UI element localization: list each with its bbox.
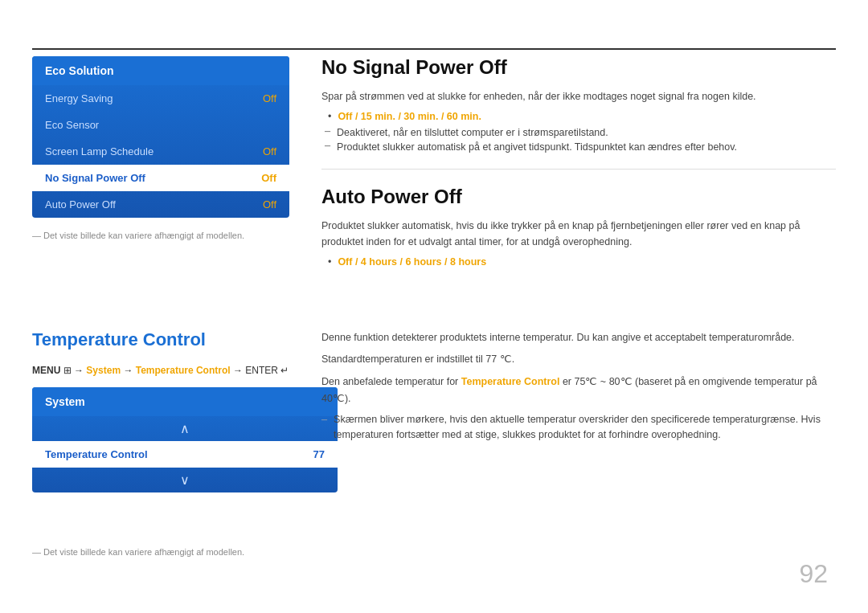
auto-power-highlight: Off / 4 hours / 6 hours / 8 hours bbox=[338, 256, 486, 268]
menu-nav-icon: ⊞ bbox=[63, 365, 72, 376]
menu-nav: MENU ⊞ → System → Temperature Control → … bbox=[32, 365, 338, 376]
system-item-value: 77 bbox=[313, 448, 325, 460]
right-content: No Signal Power Off Spar på strømmen ved… bbox=[321, 56, 836, 272]
temp-body-3: Den anbefalede temperatur for Temperatur… bbox=[321, 374, 836, 408]
menu-item-label: No Signal Power Off bbox=[45, 172, 145, 184]
menu-nav-arrow1: → bbox=[74, 365, 86, 376]
menu-item-value: Off bbox=[263, 92, 276, 104]
temperature-control-left: Temperature Control MENU ⊞ → System → Te… bbox=[32, 329, 338, 492]
system-menu-box: System ∧ Temperature Control 77 ∨ bbox=[32, 387, 338, 492]
no-signal-dash-1: Deaktiveret, når en tilsluttet computer … bbox=[325, 127, 836, 138]
auto-power-body: Produktet slukker automatisk, hvis du ik… bbox=[321, 218, 836, 250]
system-menu-header: System bbox=[32, 387, 338, 416]
temp-highlight: Temperature Control bbox=[461, 376, 560, 387]
menu-item-value: Off bbox=[263, 145, 276, 157]
menu-item-screen-lamp[interactable]: Screen Lamp Schedule Off bbox=[32, 138, 289, 165]
menu-nav-arrow3: → ENTER bbox=[233, 365, 280, 376]
menu-item-label: Auto Power Off bbox=[45, 198, 116, 210]
menu-item-label: Energy Saving bbox=[45, 92, 113, 104]
eco-menu-header: Eco Solution bbox=[32, 56, 289, 85]
menu-item-value: Off bbox=[261, 172, 276, 184]
eco-menu-box: Eco Solution Energy Saving Off Eco Senso… bbox=[32, 56, 289, 218]
section-divider bbox=[321, 169, 836, 170]
eco-caption: ― Det viste billede kan variere afhængig… bbox=[32, 231, 289, 240]
menu-item-auto-power[interactable]: Auto Power Off Off bbox=[32, 191, 289, 218]
no-signal-bullet: Off / 15 min. / 30 min. / 60 min. bbox=[328, 111, 836, 122]
menu-nav-system: System bbox=[86, 365, 121, 376]
system-item-label: Temperature Control bbox=[45, 448, 148, 460]
temp-dash-item: Skærmen bliver mørkere, hvis den aktuell… bbox=[321, 412, 836, 443]
system-arrow-down[interactable]: ∨ bbox=[32, 468, 338, 492]
bullet-highlight: Off / 15 min. / 30 min. / 60 min. bbox=[338, 111, 481, 122]
menu-item-eco-sensor[interactable]: Eco Sensor bbox=[32, 112, 289, 138]
temp-caption: ― Det viste billede kan variere afhængig… bbox=[32, 547, 244, 557]
top-divider bbox=[32, 48, 836, 50]
menu-nav-arrow2: → bbox=[123, 365, 135, 376]
menu-nav-menu: MENU bbox=[32, 365, 63, 376]
menu-nav-enter-icon: ↵ bbox=[280, 365, 289, 376]
menu-item-no-signal[interactable]: No Signal Power Off Off bbox=[32, 165, 289, 191]
no-signal-body: Spar på strømmen ved at slukke for enhed… bbox=[321, 88, 836, 104]
temp-body-1: Denne funktion detekterer produktets int… bbox=[321, 329, 836, 346]
temp-title: Temperature Control bbox=[32, 329, 338, 350]
system-arrow-up[interactable]: ∧ bbox=[32, 416, 338, 441]
system-item-temp-control[interactable]: Temperature Control 77 bbox=[32, 441, 338, 468]
menu-item-label: Screen Lamp Schedule bbox=[45, 145, 154, 157]
temperature-control-right: Denne funktion detekterer produktets int… bbox=[321, 329, 836, 446]
no-signal-title: No Signal Power Off bbox=[321, 56, 836, 79]
menu-item-label: Eco Sensor bbox=[45, 119, 99, 131]
menu-nav-temp-control: Temperature Control bbox=[136, 365, 231, 376]
no-signal-dash-2: Produktet slukker automatisk på et angiv… bbox=[325, 141, 836, 153]
menu-item-value: Off bbox=[263, 198, 276, 210]
menu-item-energy-saving[interactable]: Energy Saving Off bbox=[32, 85, 289, 112]
temp-body-2: Standardtemperaturen er indstillet til 7… bbox=[321, 351, 836, 368]
auto-power-bullet: Off / 4 hours / 6 hours / 8 hours bbox=[328, 256, 836, 268]
auto-power-title: Auto Power Off bbox=[321, 186, 836, 208]
page-number: 92 bbox=[799, 559, 828, 589]
eco-solution-panel: Eco Solution Energy Saving Off Eco Senso… bbox=[32, 56, 289, 240]
